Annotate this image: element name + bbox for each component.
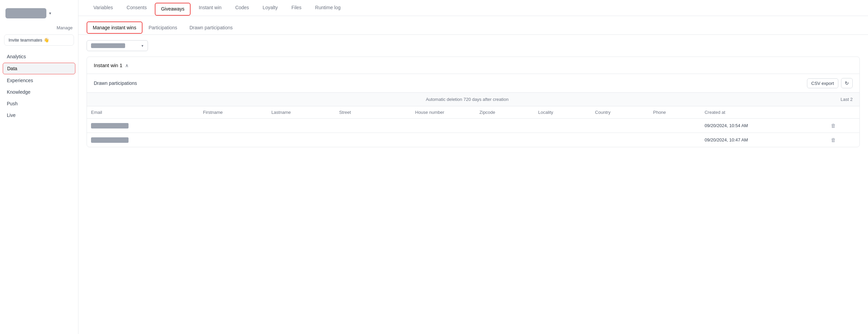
sidebar-item-live[interactable]: Live [3, 110, 75, 121]
sidebar-nav: Analytics Data Experiences Knowledge Pus… [0, 51, 78, 121]
section-card: Instant win 1 ∧ Drawn participations CSV… [87, 57, 860, 147]
dp-actions: CSV export ↻ [807, 78, 853, 88]
cell-street-1 [335, 119, 384, 133]
sidebar: ▾ Manage Invite teammates 👋 Analytics Da… [0, 0, 78, 334]
sidebar-chevron-icon: ▾ [49, 11, 51, 16]
sidebar-manage-label: Manage [0, 24, 78, 34]
col-phone: Phone [649, 106, 701, 119]
delete-row-2-icon[interactable]: 🗑 [831, 137, 836, 143]
table-row: 09/20/2024, 10:47 AM 🗑 [87, 133, 859, 147]
refresh-icon: ↻ [845, 80, 849, 86]
tab-codes[interactable]: Codes [228, 0, 256, 16]
csv-export-button[interactable]: CSV export [807, 78, 838, 88]
tab-variables[interactable]: Variables [87, 0, 120, 16]
cell-email-2 [87, 133, 199, 147]
section-collapse-icon[interactable]: ∧ [125, 63, 129, 68]
col-locality: Locality [534, 106, 591, 119]
invite-teammates-button[interactable]: Invite teammates 👋 [4, 34, 74, 46]
sidebar-logo [5, 8, 46, 18]
tab-instant-win[interactable]: Instant win [192, 0, 228, 16]
filter-bar: ▾ [78, 35, 868, 57]
filter-dropdown-value [91, 43, 125, 48]
cell-lastname-1 [267, 119, 335, 133]
table-row: 09/20/2024, 10:54 AM 🗑 [87, 119, 859, 133]
cell-street-2 [335, 133, 384, 147]
filter-dropdown[interactable]: ▾ [87, 40, 148, 51]
section-header: Instant win 1 ∧ [87, 57, 859, 74]
sidebar-item-push[interactable]: Push [3, 98, 75, 109]
cell-created-at-2: 09/20/2024, 10:47 AM [701, 133, 827, 147]
tab-giveaways[interactable]: Giveaways [155, 3, 190, 16]
table-container: Email Firstname Lastname Street House nu… [87, 106, 859, 147]
delete-row-1-icon[interactable]: 🗑 [831, 123, 836, 128]
col-house-number: House number [384, 106, 475, 119]
cell-country-2 [591, 133, 649, 147]
subtab-drawn-participations[interactable]: Drawn participations [183, 21, 239, 34]
col-firstname: Firstname [199, 106, 267, 119]
cell-phone-2 [649, 133, 701, 147]
sidebar-item-experiences[interactable]: Experiences [3, 75, 75, 86]
cell-zipcode-1 [475, 119, 534, 133]
invite-teammates-label: Invite teammates 👋 [9, 37, 49, 43]
content-area: Instant win 1 ∧ Drawn participations CSV… [78, 57, 868, 161]
tab-loyalty[interactable]: Loyalty [256, 0, 284, 16]
cell-zipcode-2 [475, 133, 534, 147]
cell-delete-2: 🗑 [827, 133, 859, 147]
cell-firstname-2 [199, 133, 267, 147]
tab-files[interactable]: Files [285, 0, 309, 16]
subtab-participations[interactable]: Participations [143, 21, 183, 34]
main-content: Variables Consents Giveaways Instant win… [78, 0, 868, 334]
col-created-at: Created at [701, 106, 827, 119]
last-count: Last 2 [841, 97, 853, 102]
cell-house-1 [384, 119, 475, 133]
col-email: Email [87, 106, 199, 119]
col-zipcode: Zipcode [475, 106, 534, 119]
cell-country-1 [591, 119, 649, 133]
cell-email-1 [87, 119, 199, 133]
cell-lastname-2 [267, 133, 335, 147]
info-text: Automatic deletion 720 days after creati… [94, 97, 841, 102]
cell-delete-1: 🗑 [827, 119, 859, 133]
sidebar-item-knowledge[interactable]: Knowledge [3, 87, 75, 97]
subtab-manage-instant-wins[interactable]: Manage instant wins [87, 21, 143, 34]
col-street: Street [335, 106, 384, 119]
sidebar-item-data[interactable]: Data [3, 63, 75, 74]
filter-chevron-icon: ▾ [141, 44, 144, 48]
info-bar: Automatic deletion 720 days after creati… [87, 92, 859, 106]
participations-table: Email Firstname Lastname Street House nu… [87, 106, 859, 147]
drawn-participations-header: Drawn participations CSV export ↻ [87, 74, 859, 92]
cell-phone-1 [649, 119, 701, 133]
cell-house-2 [384, 133, 475, 147]
top-tabs: Variables Consents Giveaways Instant win… [78, 0, 868, 16]
tab-consents[interactable]: Consents [120, 0, 153, 16]
col-lastname: Lastname [267, 106, 335, 119]
tab-runtime-log[interactable]: Runtime log [308, 0, 347, 16]
drawn-participations-label: Drawn participations [94, 80, 137, 86]
sidebar-item-analytics[interactable]: Analytics [3, 51, 75, 62]
cell-firstname-1 [199, 119, 267, 133]
col-actions [827, 106, 859, 119]
sidebar-header: ▾ [0, 5, 78, 24]
col-country: Country [591, 106, 649, 119]
section-title: Instant win 1 [94, 62, 122, 68]
refresh-button[interactable]: ↻ [841, 78, 853, 88]
sub-tabs: Manage instant wins Participations Drawn… [78, 16, 868, 35]
cell-created-at-1: 09/20/2024, 10:54 AM [701, 119, 827, 133]
cell-locality-1 [534, 119, 591, 133]
cell-locality-2 [534, 133, 591, 147]
